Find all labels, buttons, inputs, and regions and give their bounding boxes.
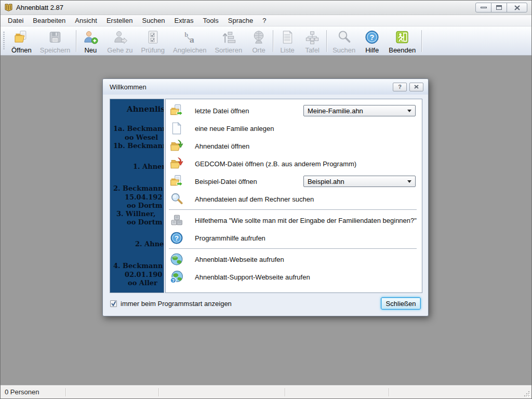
row-label: Hilfethema "Wie sollte man mit der Einga…: [195, 217, 417, 224]
goto-person-icon: [112, 29, 128, 45]
dialog-titlebar[interactable]: Willkommen ?: [103, 79, 428, 95]
toolbar-oeffnen[interactable]: Öffnen: [7, 28, 36, 55]
menu-tools[interactable]: Tools: [198, 16, 223, 25]
check-icon: [111, 301, 116, 307]
toolbar-label: Sortieren: [215, 46, 242, 54]
dialog-close-button[interactable]: [409, 83, 423, 91]
row-label: letzte Datei öffnen: [195, 107, 249, 115]
toolbar: Öffnen Speichern Neu: [1, 26, 531, 56]
toolbar-label: Öffnen: [11, 46, 32, 54]
toolbar-liste[interactable]: Liste: [275, 28, 300, 55]
row-open-example[interactable]: Beispiel-Datei öffnen Beispiel.ahn: [169, 172, 417, 190]
willkommen-dialog: Willkommen ? Ahnenliste 1a. Beck: [102, 78, 429, 316]
toolbar-separator: [76, 30, 76, 52]
toolbar-label: Suchen: [332, 46, 355, 54]
list-document-icon: [279, 29, 296, 45]
close-button[interactable]: [507, 3, 527, 12]
row-help-topic[interactable]: Hilfethema "Wie sollte man mit der Einga…: [169, 211, 417, 229]
toolbar-label: Liste: [280, 46, 294, 54]
toolbar-angleichen[interactable]: b a Angleichen: [169, 28, 210, 55]
schliessen-button-label: Schließen: [386, 300, 416, 308]
help-icon: ?: [364, 29, 380, 45]
minimize-button[interactable]: [475, 3, 491, 12]
menu-hilfe[interactable]: ?: [258, 16, 271, 25]
toolbar-suchen[interactable]: Suchen: [328, 28, 360, 55]
statusbar-cell: [285, 385, 389, 398]
row-search-files[interactable]: Ahnendateien auf dem Rechner suchen: [169, 190, 417, 208]
svg-text:?: ?: [370, 33, 375, 42]
startup-checkbox-label: immer beim Programmstart anzeigen: [121, 300, 232, 308]
toolbar-gehe-zu[interactable]: Gehe zu: [103, 28, 137, 55]
toolbar-pruefung[interactable]: Prüfung: [137, 28, 169, 55]
row-label: Programmhilfe aufrufen: [195, 234, 265, 242]
workspace-background: Willkommen ? Ahnenliste 1a. Beck: [1, 56, 531, 385]
dialog-help-button[interactable]: ?: [393, 83, 407, 91]
toolbar-separator: [326, 30, 327, 52]
places-globe-icon: [250, 29, 267, 45]
toolbar-orte[interactable]: Orte: [246, 28, 271, 55]
app-icon: [4, 3, 13, 12]
svg-text:?: ?: [172, 278, 175, 283]
menu-bearbeiten[interactable]: Bearbeiten: [28, 16, 70, 25]
toolbar-label: Beenden: [389, 46, 416, 54]
menu-datei[interactable]: Datei: [3, 16, 28, 25]
toolbar-label: Hilfe: [365, 46, 379, 54]
chevron-down-icon: [407, 110, 411, 112]
dialog-title: Willkommen: [110, 83, 147, 91]
row-website[interactable]: Ahnenblatt-Webseite aufrufen: [169, 250, 417, 268]
statusbar-divider: [389, 388, 389, 396]
minimize-icon: [481, 7, 487, 8]
example-file-dropdown[interactable]: Beispiel.ahn: [303, 176, 416, 187]
toolbar-label: Gehe zu: [107, 46, 132, 54]
row-label: GEDCOM-Datei öffnen (z.B. aus anderem Pr…: [195, 160, 356, 168]
menu-extras[interactable]: Extras: [170, 16, 198, 25]
row-support-website[interactable]: ? Ahnenblatt-Support-Webseite aufrufen: [169, 268, 417, 286]
new-file-icon: [170, 122, 183, 135]
divider: [169, 209, 417, 210]
window-title: Ahnenblatt 2.87: [16, 4, 63, 11]
toolbar-gripper[interactable]: [3, 32, 5, 50]
menu-ansicht[interactable]: Ansicht: [70, 16, 102, 25]
exit-icon: [394, 29, 410, 45]
statusbar-cell: [66, 385, 158, 398]
open-recent-file-icon: [170, 104, 183, 117]
row-open-ahnendatei[interactable]: Ahnendatei öffnen: [169, 137, 417, 155]
row-program-help[interactable]: ? Programmhilfe aufrufen: [169, 229, 417, 247]
menu-sprache[interactable]: Sprache: [223, 16, 258, 25]
menu-erstellen[interactable]: Erstellen: [102, 16, 138, 25]
row-open-recent[interactable]: letzte Datei öffnen Meine-Familie.ahn: [169, 102, 417, 119]
schliessen-button[interactable]: Schließen: [381, 297, 421, 310]
dropdown-value: Beispiel.ahn: [308, 178, 344, 185]
dialog-footer: immer beim Programmstart anzeigen Schlie…: [103, 293, 428, 317]
toolbar-beenden[interactable]: Beenden: [384, 28, 420, 55]
resize-grip[interactable]: [524, 391, 530, 397]
row-label: Ahnenblatt-Support-Webseite aufrufen: [195, 273, 310, 281]
program-help-icon: ?: [170, 231, 183, 245]
row-new-family[interactable]: eine neue Familie anlegen: [169, 119, 417, 137]
close-icon: [414, 85, 419, 89]
search-icon: [336, 29, 352, 45]
toolbar-speichern[interactable]: Speichern: [36, 28, 75, 55]
website-globe-icon: [170, 252, 183, 266]
open-folder-green-icon: [170, 139, 183, 153]
recent-file-dropdown[interactable]: Meine-Familie.ahn: [303, 105, 416, 116]
toolbar-sortieren[interactable]: Sortieren: [210, 28, 246, 55]
titlebar: Ahnenblatt 2.87: [1, 1, 531, 15]
toolbar-label: Prüfung: [141, 46, 165, 54]
toolbar-neu[interactable]: Neu: [78, 28, 103, 55]
row-open-gedcom[interactable]: GEDCOM-Datei öffnen (z.B. aus anderem Pr…: [169, 155, 417, 172]
open-file-icon: [13, 29, 30, 45]
toolbar-hilfe[interactable]: ? Hilfe: [360, 28, 384, 55]
toolbar-tafel[interactable]: Tafel: [300, 28, 325, 55]
startup-checkbox[interactable]: [110, 300, 117, 307]
maximize-button[interactable]: [491, 3, 507, 12]
divider: [169, 248, 417, 249]
menu-suchen[interactable]: Suchen: [137, 16, 169, 25]
check-document-icon: [144, 29, 161, 45]
row-label: Ahnendateien auf dem Rechner suchen: [195, 195, 314, 203]
row-label: Ahnendatei öffnen: [195, 142, 249, 150]
row-label: Ahnenblatt-Webseite aufrufen: [195, 256, 284, 263]
tree-chart-icon: [304, 29, 321, 45]
open-folder-red-icon: [170, 157, 183, 170]
app-window: Ahnenblatt 2.87 Datei Bearbeiten Ansicht…: [0, 0, 532, 399]
